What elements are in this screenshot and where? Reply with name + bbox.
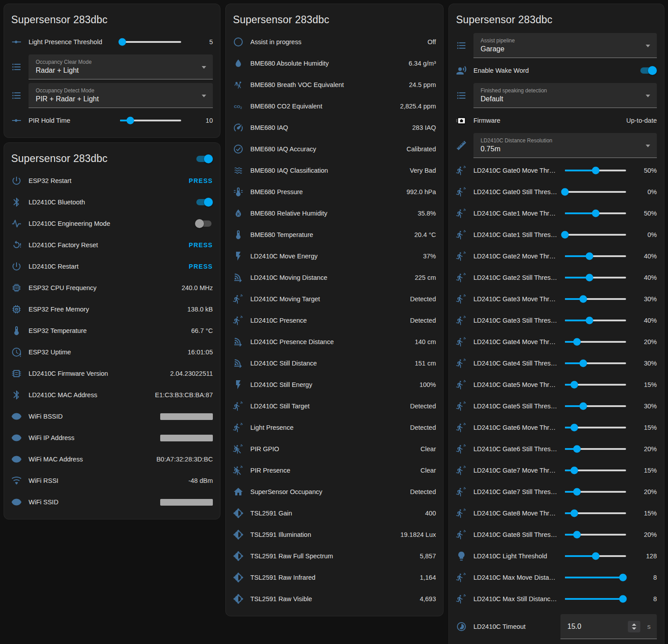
ld2410c-restart-press-button[interactable]: PRESS — [189, 263, 213, 270]
ld2410c-gate8-still-thres-slider[interactable] — [565, 528, 626, 542]
row-ld2410c-firmware-version[interactable]: LD2410C Firmware Version2.04.23022511 — [4, 363, 220, 384]
slider-knob[interactable] — [585, 274, 593, 282]
ld2410c-gate4-still-thres-slider[interactable] — [565, 356, 626, 370]
ld2410c-engineering-mode-toggle[interactable] — [195, 218, 213, 229]
ld2410c-gate1-still-thres-slider[interactable] — [565, 228, 626, 242]
row-wifi-bssid[interactable]: WiFi BSSID — [4, 406, 220, 427]
slider-knob[interactable] — [570, 424, 578, 432]
esp32-restart-press-button[interactable]: PRESS — [189, 177, 213, 184]
row-ld2410c-presence[interactable]: LD2410C PresenceDetected — [226, 310, 443, 331]
row-bme680-co2-equivalent[interactable]: CO2BME680 CO2 Equivalent2,825.4 ppm — [226, 96, 443, 117]
slider-knob[interactable] — [573, 488, 581, 496]
row-ld2410c-mac-address[interactable]: LD2410C MAC AddressE1:C3:B3:CB:BA:87 — [4, 384, 220, 406]
input-value[interactable]: 15.0 — [568, 623, 628, 631]
row-wifi-ssid[interactable]: WiFi SSID — [4, 491, 220, 513]
row-bme680-pressure[interactable]: BME680 Pressure992.0 hPa — [226, 181, 443, 203]
ld2410c-max-still-distanc-slider[interactable] — [565, 592, 626, 606]
ld2410c-gate1-move-thr-slider[interactable] — [565, 206, 626, 220]
row-tsl2591-raw-infrared[interactable]: TSL2591 Raw Infrared1,164 — [226, 567, 443, 588]
ld2410c-bluetooth-toggle[interactable] — [195, 197, 213, 208]
row-bme680-iaq[interactable]: BME680 IAQ283 IAQ — [226, 117, 443, 138]
slider-knob[interactable] — [580, 295, 587, 303]
stepper-up-icon[interactable] — [632, 623, 636, 626]
ld2410c-gate0-move-thr-slider[interactable] — [565, 163, 626, 178]
row-bme680-breath-voc-equivalent[interactable]: BME680 Breath VOC Equivalent24.5 ppm — [226, 74, 443, 96]
row-light-presence[interactable]: Light PresenceDetected — [226, 417, 443, 438]
row-pir-presence[interactable]: PIR PresenceClear — [226, 460, 443, 481]
row-ld2410c-moving-distance[interactable]: LD2410C Moving Distance225 cm — [226, 267, 443, 288]
ld2410c-gate4-move-thr-slider[interactable] — [565, 335, 626, 349]
finished-speaking-detection-select[interactable]: Finished speaking detectionDefault — [473, 83, 657, 108]
row-tsl2591-raw-full-spectrum[interactable]: TSL2591 Raw Full Spectrum5,857 — [226, 545, 443, 567]
stepper-down-icon[interactable] — [632, 627, 636, 630]
ld2410c-gate3-still-thres-slider[interactable] — [565, 313, 626, 328]
slider-knob[interactable] — [573, 445, 581, 453]
ld2410c-gate7-move-thr-slider[interactable] — [565, 463, 626, 478]
slider-knob[interactable] — [592, 553, 599, 560]
light-presence-threshold-slider[interactable] — [120, 35, 181, 49]
ld2410c-gate2-still-thres-slider[interactable] — [565, 270, 626, 285]
enable-wake-word-toggle[interactable] — [639, 65, 657, 76]
row-tsl2591-gain[interactable]: TSL2591 Gain400 — [226, 503, 443, 524]
slider-knob[interactable] — [585, 317, 593, 324]
ld2410c-gate2-move-thr-slider[interactable] — [565, 249, 626, 263]
ld2410c-timeout-input[interactable]: 15.0s — [560, 614, 657, 639]
ld2410c-gate7-still-thres-slider[interactable] — [565, 485, 626, 499]
ld2410c-distance-resolution-select[interactable]: LD2410C Distance Resolution0.75m — [473, 133, 657, 158]
row-ld2410c-presence-distance[interactable]: LD2410C Presence Distance140 cm — [226, 331, 443, 353]
slider-knob[interactable] — [561, 188, 569, 196]
slider-knob[interactable] — [619, 595, 627, 603]
slider-knob[interactable] — [573, 531, 581, 539]
slider-knob[interactable] — [580, 360, 587, 367]
occupancy-detect-mode-select[interactable]: Occupancy Detect ModePIR + Radar + Light — [29, 83, 213, 108]
row-pir-gpio[interactable]: PIR GPIOClear — [226, 438, 443, 460]
ld2410c-gate6-still-thres-slider[interactable] — [565, 442, 626, 456]
ld2410c-gate5-move-thr-slider[interactable] — [565, 378, 626, 392]
row-ld2410c-moving-target[interactable]: LD2410C Moving TargetDetected — [226, 288, 443, 310]
row-esp32-free-memory[interactable]: ESP32 Free Memory138.0 kB — [4, 299, 220, 320]
row-wifi-rssi[interactable]: WiFi RSSI-48 dBm — [4, 470, 220, 491]
occupancy-clear-mode-select[interactable]: Occupancy Clear ModeRadar + Light — [29, 54, 213, 79]
slider-knob[interactable] — [619, 574, 627, 582]
stepper[interactable] — [628, 621, 640, 632]
ld2410c-gate6-move-thr-slider[interactable] — [565, 420, 626, 435]
row-wifi-ip-address[interactable]: WiFi IP Address — [4, 427, 220, 449]
row-bme680-iaq-classification[interactable]: BME680 IAQ ClassificationVery Bad — [226, 160, 443, 181]
ld2410c-max-move-dista-slider[interactable] — [565, 570, 626, 585]
row-supersensor-occupancy[interactable]: SuperSensor OccupancyDetected — [226, 481, 443, 503]
ld2410c-gate8-move-thr-slider[interactable] — [565, 506, 626, 520]
row-assist-in-progress[interactable]: Assist in progressOff — [226, 31, 443, 53]
row-esp32-uptime[interactable]: ESP32 Uptime16:01:05 — [4, 341, 220, 363]
slider-knob[interactable] — [127, 117, 134, 125]
slider-knob[interactable] — [561, 231, 569, 239]
ld2410c-factory-reset-press-button[interactable]: PRESS — [189, 241, 213, 249]
slider-knob[interactable] — [592, 167, 599, 175]
ld2410c-light-threshold-slider[interactable] — [565, 549, 626, 563]
slider-knob[interactable] — [570, 467, 578, 474]
slider-knob[interactable] — [585, 253, 593, 260]
row-ld2410c-still-distance[interactable]: LD2410C Still Distance151 cm — [226, 353, 443, 374]
row-bme680-iaq-accuracy[interactable]: BME680 IAQ AccuracyCalibrated — [226, 138, 443, 160]
row-esp32-temperature[interactable]: ESP32 Temperature66.7 °C — [4, 320, 220, 341]
row-tsl2591-illumination[interactable]: TSL2591 Illumination19.1824 Lux — [226, 524, 443, 545]
row-esp32-cpu-frequency[interactable]: 32ESP32 CPU Frequency240.0 MHz — [4, 277, 220, 299]
slider-knob[interactable] — [580, 403, 587, 410]
slider-knob[interactable] — [573, 338, 581, 346]
ld2410c-gate3-move-thr-slider[interactable] — [565, 292, 626, 306]
row-ld2410c-still-target[interactable]: LD2410C Still TargetDetected — [226, 395, 443, 417]
ld2410c-gate0-still-thres-slider[interactable] — [565, 185, 626, 199]
ld2410c-gate5-still-thres-slider[interactable] — [565, 399, 626, 413]
slider-knob[interactable] — [592, 210, 599, 217]
row-tsl2591-raw-visible[interactable]: TSL2591 Raw Visible4,693 — [226, 588, 443, 610]
slider-knob[interactable] — [570, 510, 578, 517]
row-firmware[interactable]: FirmwareUp-to-date — [449, 110, 664, 131]
assist-pipeline-select[interactable]: Assist pipelineGarage — [473, 33, 657, 58]
row-bme680-temperature[interactable]: BME680 Temperature20.4 °C — [226, 224, 443, 245]
row-ld2410c-still-energy[interactable]: LD2410C Still Energy100% — [226, 374, 443, 395]
slider-knob[interactable] — [570, 381, 578, 389]
pir-hold-time-slider[interactable] — [120, 113, 181, 128]
row-bme680-relative-humidity[interactable]: BME680 Relative Humidity35.8% — [226, 203, 443, 224]
card-header-toggle[interactable] — [195, 154, 213, 164]
row-bme680-absolute-humidity[interactable]: BME680 Absolute Humidity6.34 g/m³ — [226, 53, 443, 74]
row-wifi-mac-address[interactable]: WiFi MAC AddressB0:A7:32:28:3D:BC — [4, 449, 220, 470]
